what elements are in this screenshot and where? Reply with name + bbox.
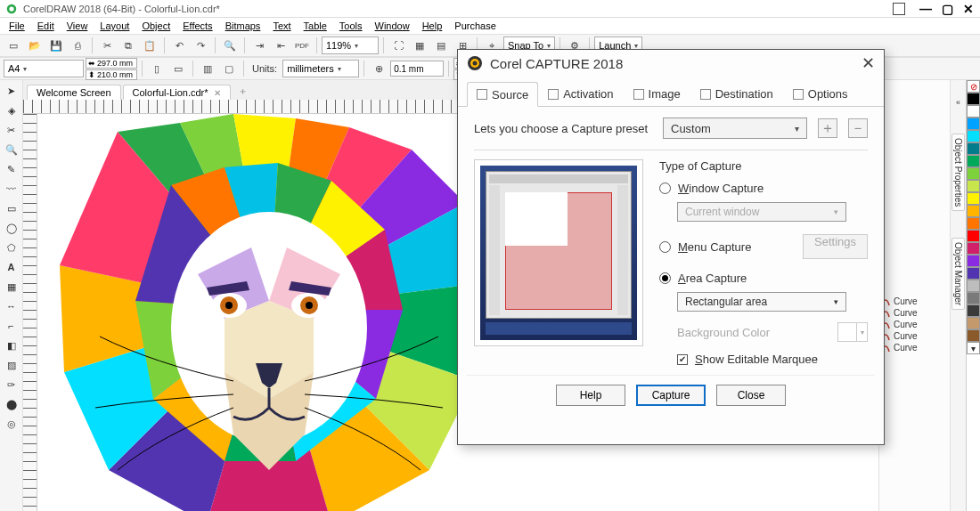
tab-welcome[interactable]: Welcome Screen bbox=[27, 85, 121, 100]
color-swatch[interactable] bbox=[967, 267, 980, 280]
dialog-tab-options[interactable]: Options bbox=[783, 82, 858, 106]
color-swatch[interactable] bbox=[967, 93, 980, 105]
color-swatch[interactable] bbox=[967, 217, 980, 230]
copy-icon[interactable]: ⧉ bbox=[118, 36, 138, 54]
color-swatch[interactable] bbox=[967, 167, 980, 180]
menu-layout[interactable]: Layout bbox=[94, 20, 135, 32]
menu-file[interactable]: File bbox=[4, 20, 30, 32]
undo-icon[interactable]: ↶ bbox=[169, 36, 189, 54]
preset-add-button[interactable]: ＋ bbox=[818, 118, 837, 138]
rulers-icon[interactable]: ▦ bbox=[410, 36, 429, 54]
fill-tool-icon[interactable]: ⬤ bbox=[3, 395, 20, 413]
polygon-tool-icon[interactable]: ⬠ bbox=[3, 239, 20, 256]
drop-shadow-icon[interactable]: ◧ bbox=[3, 337, 20, 354]
artistic-media-icon[interactable]: 〰 bbox=[3, 180, 20, 198]
paste-icon[interactable]: 📋 bbox=[140, 36, 159, 54]
menu-capture-option[interactable]: Menu Capture Settings bbox=[659, 234, 868, 259]
menu-view[interactable]: View bbox=[61, 20, 94, 32]
show-marquee-option[interactable]: ✔ Show Editable Marquee bbox=[677, 353, 868, 366]
list-item[interactable]: Curve bbox=[881, 330, 948, 342]
save-icon[interactable]: 💾 bbox=[46, 36, 66, 54]
rectangle-tool-icon[interactable]: ▭ bbox=[3, 199, 20, 217]
menu-help[interactable]: Help bbox=[417, 20, 448, 32]
color-swatch[interactable] bbox=[967, 280, 980, 292]
landscape-icon[interactable]: ▭ bbox=[168, 60, 188, 77]
list-item[interactable]: Curve bbox=[881, 307, 948, 319]
tab-object-manager[interactable]: Object Manager bbox=[951, 238, 965, 310]
list-item[interactable]: Curve bbox=[881, 296, 948, 307]
close-button[interactable]: ✕ bbox=[962, 2, 975, 16]
color-swatch[interactable] bbox=[967, 142, 980, 155]
shape-tool-icon[interactable]: ◈ bbox=[3, 101, 20, 119]
color-swatch[interactable] bbox=[967, 130, 980, 142]
print-icon[interactable]: ⎙ bbox=[68, 36, 87, 54]
preset-remove-button[interactable]: － bbox=[848, 118, 868, 138]
area-capture-option[interactable]: Area Capture bbox=[659, 272, 868, 285]
crop-tool-icon[interactable]: ✂ bbox=[3, 121, 20, 139]
list-item[interactable]: Curve bbox=[881, 319, 948, 330]
page-height[interactable]: ⬍210.0 mm bbox=[86, 69, 137, 80]
menu-window[interactable]: Window bbox=[370, 20, 415, 32]
menu-table[interactable]: Table bbox=[298, 20, 332, 32]
color-swatch[interactable] bbox=[967, 329, 980, 342]
color-swatch[interactable] bbox=[967, 155, 980, 167]
new-icon[interactable]: ▭ bbox=[4, 36, 23, 54]
nudge-input[interactable]: 0.1 mm bbox=[390, 61, 444, 77]
redo-icon[interactable]: ↷ bbox=[191, 36, 210, 54]
preset-combo[interactable]: Custom ▾ bbox=[663, 118, 807, 139]
grid-icon[interactable]: ▤ bbox=[431, 36, 451, 54]
tab-object-properties[interactable]: Object Properties bbox=[951, 134, 965, 211]
color-swatch[interactable] bbox=[967, 192, 980, 205]
color-swatch[interactable] bbox=[967, 180, 980, 192]
dimension-tool-icon[interactable]: ↔ bbox=[3, 297, 20, 315]
dialog-tab-activation[interactable]: Activation bbox=[538, 82, 623, 106]
export-icon[interactable]: ⇤ bbox=[271, 36, 290, 54]
capture-button[interactable]: Capture bbox=[636, 385, 706, 406]
window-capture-option[interactable]: Window Capture bbox=[659, 182, 868, 195]
current-page-icon[interactable]: ▢ bbox=[219, 60, 239, 77]
pick-tool-icon[interactable]: ➤ bbox=[3, 82, 20, 100]
color-swatch[interactable] bbox=[967, 304, 980, 317]
color-swatch[interactable] bbox=[967, 292, 980, 304]
help-button[interactable]: Help bbox=[556, 385, 625, 406]
search-icon[interactable]: 🔍 bbox=[220, 36, 240, 54]
zoom-tool-icon[interactable]: 🔍 bbox=[3, 141, 20, 158]
eyedropper-icon[interactable]: ✑ bbox=[3, 376, 20, 393]
menu-object[interactable]: Object bbox=[136, 20, 176, 32]
menu-effects[interactable]: Effects bbox=[177, 20, 217, 32]
color-swatch[interactable] bbox=[967, 242, 980, 255]
portrait-icon[interactable]: ▯ bbox=[147, 60, 167, 77]
color-swatch[interactable] bbox=[967, 230, 980, 242]
dialog-tab-image[interactable]: Image bbox=[624, 82, 690, 106]
units-combo[interactable]: millimeters▾ bbox=[282, 60, 359, 77]
tab-document[interactable]: Colorful-Lion.cdr*✕ bbox=[123, 85, 231, 100]
fullscreen-icon[interactable]: ⛶ bbox=[388, 36, 408, 54]
minimize-button[interactable]: — bbox=[919, 2, 932, 16]
close-dialog-button[interactable]: Close bbox=[716, 385, 786, 406]
dialog-title-bar[interactable]: Corel CAPTURE 2018 ✕ bbox=[458, 50, 884, 77]
dialog-tab-source[interactable]: Source bbox=[467, 82, 538, 107]
all-pages-icon[interactable]: ▥ bbox=[198, 60, 217, 77]
text-tool-icon[interactable]: A bbox=[3, 258, 20, 276]
list-item[interactable]: Curve bbox=[881, 342, 948, 353]
freehand-tool-icon[interactable]: ✎ bbox=[3, 160, 20, 178]
close-icon[interactable]: ✕ bbox=[214, 88, 221, 98]
color-swatch[interactable] bbox=[967, 118, 980, 130]
expand-arrow-icon[interactable]: « bbox=[956, 98, 960, 107]
open-icon[interactable]: 📂 bbox=[25, 36, 45, 54]
zoom-combo[interactable]: 119%▾ bbox=[322, 36, 379, 54]
menu-edit[interactable]: Edit bbox=[32, 20, 60, 32]
table-tool-icon[interactable]: ▦ bbox=[3, 278, 20, 296]
color-swatch[interactable] bbox=[967, 317, 980, 329]
no-color-swatch[interactable]: ⊘ bbox=[967, 80, 980, 93]
color-swatch[interactable] bbox=[967, 205, 980, 217]
area-capture-combo[interactable]: Rectangular area▾ bbox=[677, 292, 846, 312]
color-swatch[interactable] bbox=[967, 255, 980, 267]
menu-tools[interactable]: Tools bbox=[334, 20, 368, 32]
page-width[interactable]: ⬌297.0 mm bbox=[86, 58, 137, 69]
ellipse-tool-icon[interactable]: ◯ bbox=[3, 219, 20, 237]
dialog-tab-destination[interactable]: Destination bbox=[690, 82, 783, 106]
menu-text[interactable]: Text bbox=[267, 20, 296, 32]
import-icon[interactable]: ⇥ bbox=[249, 36, 269, 54]
transparency-icon[interactable]: ▨ bbox=[3, 356, 20, 374]
